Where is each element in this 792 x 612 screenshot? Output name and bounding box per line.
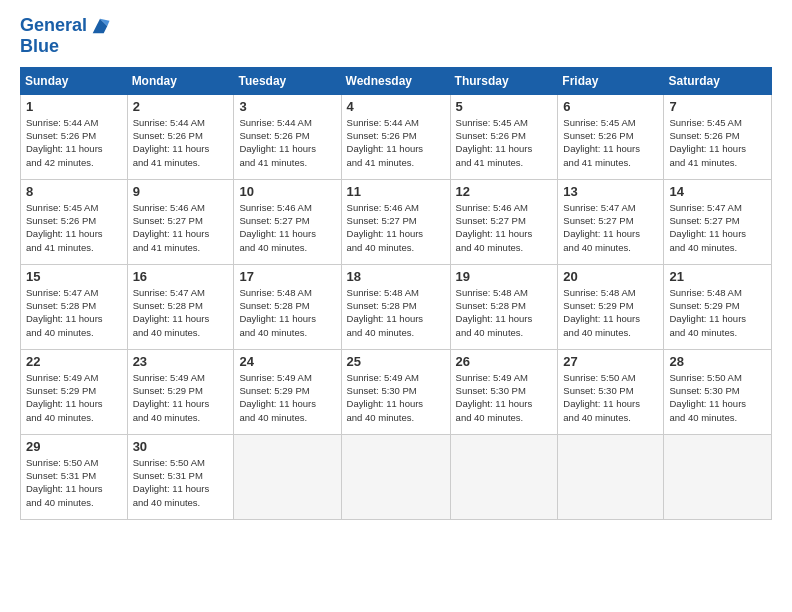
calendar-cell: 22Sunrise: 5:49 AM Sunset: 5:29 PM Dayli… — [21, 349, 128, 434]
day-info: Sunrise: 5:45 AM Sunset: 5:26 PM Dayligh… — [26, 201, 122, 254]
calendar-cell: 9Sunrise: 5:46 AM Sunset: 5:27 PM Daylig… — [127, 179, 234, 264]
day-number: 22 — [26, 354, 122, 369]
day-number: 5 — [456, 99, 553, 114]
logo: General Blue — [20, 15, 111, 57]
day-info: Sunrise: 5:50 AM Sunset: 5:30 PM Dayligh… — [563, 371, 658, 424]
weekday-header: Monday — [127, 67, 234, 94]
day-number: 25 — [347, 354, 445, 369]
day-number: 11 — [347, 184, 445, 199]
day-info: Sunrise: 5:49 AM Sunset: 5:29 PM Dayligh… — [133, 371, 229, 424]
day-number: 29 — [26, 439, 122, 454]
calendar-cell: 7Sunrise: 5:45 AM Sunset: 5:26 PM Daylig… — [664, 94, 772, 179]
logo-text: General — [20, 16, 87, 36]
weekday-header: Tuesday — [234, 67, 341, 94]
calendar-cell: 19Sunrise: 5:48 AM Sunset: 5:28 PM Dayli… — [450, 264, 558, 349]
day-info: Sunrise: 5:48 AM Sunset: 5:28 PM Dayligh… — [456, 286, 553, 339]
day-info: Sunrise: 5:47 AM Sunset: 5:28 PM Dayligh… — [133, 286, 229, 339]
calendar-cell: 28Sunrise: 5:50 AM Sunset: 5:30 PM Dayli… — [664, 349, 772, 434]
calendar-cell: 16Sunrise: 5:47 AM Sunset: 5:28 PM Dayli… — [127, 264, 234, 349]
day-info: Sunrise: 5:47 AM Sunset: 5:27 PM Dayligh… — [563, 201, 658, 254]
calendar-week-row: 1Sunrise: 5:44 AM Sunset: 5:26 PM Daylig… — [21, 94, 772, 179]
day-info: Sunrise: 5:44 AM Sunset: 5:26 PM Dayligh… — [133, 116, 229, 169]
day-info: Sunrise: 5:48 AM Sunset: 5:29 PM Dayligh… — [563, 286, 658, 339]
day-number: 23 — [133, 354, 229, 369]
day-number: 15 — [26, 269, 122, 284]
day-info: Sunrise: 5:49 AM Sunset: 5:30 PM Dayligh… — [456, 371, 553, 424]
day-number: 1 — [26, 99, 122, 114]
logo-text2: Blue — [20, 37, 111, 57]
weekday-header: Saturday — [664, 67, 772, 94]
calendar-cell: 13Sunrise: 5:47 AM Sunset: 5:27 PM Dayli… — [558, 179, 664, 264]
day-number: 17 — [239, 269, 335, 284]
day-info: Sunrise: 5:48 AM Sunset: 5:29 PM Dayligh… — [669, 286, 766, 339]
day-number: 20 — [563, 269, 658, 284]
day-number: 16 — [133, 269, 229, 284]
calendar-cell: 6Sunrise: 5:45 AM Sunset: 5:26 PM Daylig… — [558, 94, 664, 179]
day-number: 6 — [563, 99, 658, 114]
weekday-header: Friday — [558, 67, 664, 94]
calendar-cell: 4Sunrise: 5:44 AM Sunset: 5:26 PM Daylig… — [341, 94, 450, 179]
calendar-cell: 26Sunrise: 5:49 AM Sunset: 5:30 PM Dayli… — [450, 349, 558, 434]
calendar-cell: 8Sunrise: 5:45 AM Sunset: 5:26 PM Daylig… — [21, 179, 128, 264]
day-info: Sunrise: 5:49 AM Sunset: 5:29 PM Dayligh… — [239, 371, 335, 424]
header: General Blue — [20, 15, 772, 57]
day-number: 18 — [347, 269, 445, 284]
page: General Blue SundayMondayTuesdayWednesda… — [0, 0, 792, 612]
calendar-cell: 14Sunrise: 5:47 AM Sunset: 5:27 PM Dayli… — [664, 179, 772, 264]
day-info: Sunrise: 5:48 AM Sunset: 5:28 PM Dayligh… — [347, 286, 445, 339]
day-number: 2 — [133, 99, 229, 114]
day-number: 28 — [669, 354, 766, 369]
calendar-cell: 27Sunrise: 5:50 AM Sunset: 5:30 PM Dayli… — [558, 349, 664, 434]
calendar-cell — [558, 434, 664, 519]
day-info: Sunrise: 5:46 AM Sunset: 5:27 PM Dayligh… — [239, 201, 335, 254]
day-number: 26 — [456, 354, 553, 369]
calendar-cell: 20Sunrise: 5:48 AM Sunset: 5:29 PM Dayli… — [558, 264, 664, 349]
weekday-header: Wednesday — [341, 67, 450, 94]
calendar-cell — [341, 434, 450, 519]
day-info: Sunrise: 5:44 AM Sunset: 5:26 PM Dayligh… — [239, 116, 335, 169]
calendar-cell: 12Sunrise: 5:46 AM Sunset: 5:27 PM Dayli… — [450, 179, 558, 264]
day-info: Sunrise: 5:45 AM Sunset: 5:26 PM Dayligh… — [669, 116, 766, 169]
day-number: 14 — [669, 184, 766, 199]
calendar-cell — [234, 434, 341, 519]
day-number: 27 — [563, 354, 658, 369]
day-info: Sunrise: 5:47 AM Sunset: 5:28 PM Dayligh… — [26, 286, 122, 339]
day-number: 10 — [239, 184, 335, 199]
calendar-cell: 2Sunrise: 5:44 AM Sunset: 5:26 PM Daylig… — [127, 94, 234, 179]
day-info: Sunrise: 5:46 AM Sunset: 5:27 PM Dayligh… — [347, 201, 445, 254]
calendar-cell: 17Sunrise: 5:48 AM Sunset: 5:28 PM Dayli… — [234, 264, 341, 349]
weekday-header: Sunday — [21, 67, 128, 94]
day-number: 24 — [239, 354, 335, 369]
calendar-header-row: SundayMondayTuesdayWednesdayThursdayFrid… — [21, 67, 772, 94]
calendar-cell: 18Sunrise: 5:48 AM Sunset: 5:28 PM Dayli… — [341, 264, 450, 349]
calendar-week-row: 22Sunrise: 5:49 AM Sunset: 5:29 PM Dayli… — [21, 349, 772, 434]
weekday-header: Thursday — [450, 67, 558, 94]
calendar-cell: 10Sunrise: 5:46 AM Sunset: 5:27 PM Dayli… — [234, 179, 341, 264]
calendar-week-row: 15Sunrise: 5:47 AM Sunset: 5:28 PM Dayli… — [21, 264, 772, 349]
day-number: 21 — [669, 269, 766, 284]
calendar-cell: 5Sunrise: 5:45 AM Sunset: 5:26 PM Daylig… — [450, 94, 558, 179]
calendar-week-row: 8Sunrise: 5:45 AM Sunset: 5:26 PM Daylig… — [21, 179, 772, 264]
day-info: Sunrise: 5:50 AM Sunset: 5:31 PM Dayligh… — [133, 456, 229, 509]
day-info: Sunrise: 5:49 AM Sunset: 5:29 PM Dayligh… — [26, 371, 122, 424]
day-number: 8 — [26, 184, 122, 199]
calendar: SundayMondayTuesdayWednesdayThursdayFrid… — [20, 67, 772, 520]
calendar-cell — [664, 434, 772, 519]
calendar-cell — [450, 434, 558, 519]
day-info: Sunrise: 5:44 AM Sunset: 5:26 PM Dayligh… — [347, 116, 445, 169]
day-info: Sunrise: 5:49 AM Sunset: 5:30 PM Dayligh… — [347, 371, 445, 424]
calendar-cell: 25Sunrise: 5:49 AM Sunset: 5:30 PM Dayli… — [341, 349, 450, 434]
logo-icon — [89, 15, 111, 37]
day-info: Sunrise: 5:48 AM Sunset: 5:28 PM Dayligh… — [239, 286, 335, 339]
calendar-week-row: 29Sunrise: 5:50 AM Sunset: 5:31 PM Dayli… — [21, 434, 772, 519]
day-number: 19 — [456, 269, 553, 284]
calendar-cell: 24Sunrise: 5:49 AM Sunset: 5:29 PM Dayli… — [234, 349, 341, 434]
calendar-cell: 29Sunrise: 5:50 AM Sunset: 5:31 PM Dayli… — [21, 434, 128, 519]
day-info: Sunrise: 5:50 AM Sunset: 5:30 PM Dayligh… — [669, 371, 766, 424]
calendar-cell: 30Sunrise: 5:50 AM Sunset: 5:31 PM Dayli… — [127, 434, 234, 519]
day-number: 3 — [239, 99, 335, 114]
calendar-cell: 21Sunrise: 5:48 AM Sunset: 5:29 PM Dayli… — [664, 264, 772, 349]
day-number: 30 — [133, 439, 229, 454]
day-number: 13 — [563, 184, 658, 199]
calendar-cell: 1Sunrise: 5:44 AM Sunset: 5:26 PM Daylig… — [21, 94, 128, 179]
